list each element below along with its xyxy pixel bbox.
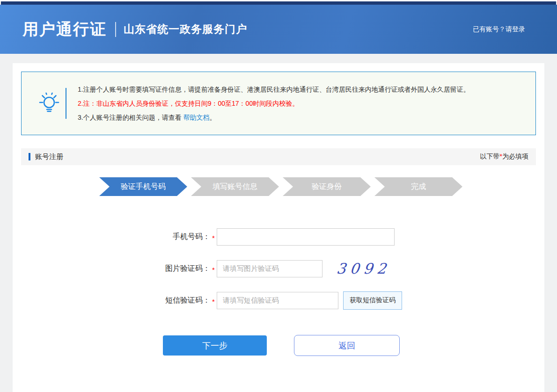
notice-line-3-text: 3.个人账号注册的相关问题，请查看 (78, 114, 183, 121)
notice-divider (66, 88, 66, 119)
notice-box: 1.注册个人账号时需要填写证件信息，请提前准备身份证、港澳居民往来内地通行证、台… (21, 72, 536, 135)
notice-line-3-suffix: 。 (210, 114, 216, 121)
next-step-button[interactable]: 下一步 (163, 335, 267, 356)
image-captcha-label: 图片验证码： (21, 264, 210, 274)
help-doc-link[interactable]: 帮助文档 (183, 114, 210, 121)
back-button[interactable]: 返回 (294, 335, 400, 356)
login-link[interactable]: 已有账号？请登录 (473, 25, 525, 34)
registration-form: 手机号码： * 图片验证码： * 3092 短信验证码： * 获取短信验证码 下… (21, 228, 536, 356)
lightbulb-icon (34, 91, 65, 116)
section-title: 账号注册 (35, 152, 63, 161)
notice-line-3: 3.个人账号注册的相关问题，请查看 帮助文档。 (78, 110, 470, 124)
image-captcha-row: 图片验证码： * 3092 (21, 260, 536, 277)
phone-input[interactable] (217, 228, 395, 246)
section-bar: 账号注册 以下带*为必填项 (21, 148, 536, 165)
sms-code-required-star: * (210, 296, 217, 305)
sms-code-row: 短信验证码： * 获取短信验证码 (21, 291, 536, 309)
action-buttons: 下一步 返回 (163, 335, 536, 356)
brand-title: 用户通行证 (22, 19, 107, 40)
captcha-image[interactable]: 3092 (331, 260, 396, 277)
step-fill-account-info: 填写账号信息 (191, 177, 279, 196)
notice-line-2: 2.注：非山东省内人员身份验证，仅支持日间9：00至17：00时间段内校验。 (78, 96, 470, 110)
portal-name: 山东省统一政务服务门户 (124, 22, 247, 36)
step-verify-phone: 验证手机号码 (99, 177, 187, 196)
top-navy-strip (1, 1, 556, 5)
phone-required-star: * (210, 232, 217, 242)
required-note: 以下带*为必填项 (480, 152, 528, 161)
step-verify-identity: 验证身份 (283, 177, 371, 196)
step-wizard: 验证手机号码 填写账号信息 验证身份 完成 (99, 177, 536, 196)
phone-label: 手机号码： (21, 232, 210, 242)
notice-line-1: 1.注册个人账号时需要填写证件信息，请提前准备身份证、港澳居民往来内地通行证、台… (78, 82, 470, 96)
main-container: 1.注册个人账号时需要填写证件信息，请提前准备身份证、港澳居民往来内地通行证、台… (13, 63, 544, 392)
image-captcha-input[interactable] (217, 260, 322, 277)
sms-code-input[interactable] (217, 292, 338, 309)
step-complete: 完成 (374, 177, 462, 196)
sms-code-label: 短信验证码： (21, 296, 210, 305)
image-captcha-required-star: * (210, 264, 217, 274)
section-marker (29, 153, 30, 160)
page-header: 用户通行证 山东省统一政务服务门户 已有账号？请登录 (0, 5, 557, 54)
title-divider (115, 22, 116, 37)
phone-row: 手机号码： * (21, 228, 536, 246)
get-sms-code-button[interactable]: 获取短信验证码 (343, 291, 402, 310)
